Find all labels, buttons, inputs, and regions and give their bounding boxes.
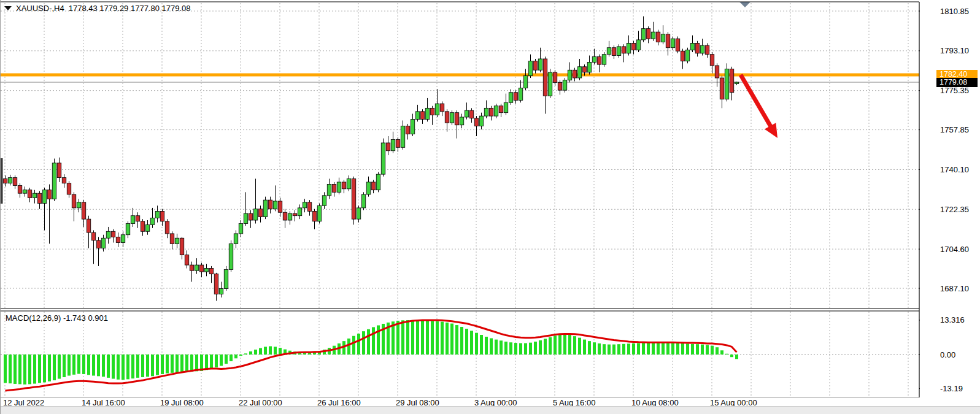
macd-axis-label: 13.316	[940, 315, 965, 324]
price-axis[interactable]: 1782.40 1779.08 1810.851793.101775.35175…	[920, 0, 980, 406]
price-axis-label: 1810.85	[940, 7, 969, 16]
chart-canvas[interactable]	[1, 0, 980, 414]
price-axis-label: 1704.60	[940, 245, 969, 254]
clipped-candle	[1, 158, 3, 204]
macd-signal-line	[6, 320, 737, 391]
ohlc-values: 1778.43 1779.29 1777.80 1779.08	[69, 4, 191, 13]
trend-arrow[interactable]	[741, 75, 777, 138]
macd-histogram	[4, 320, 738, 385]
chart-window: XAUUSD-,H4 1778.43 1779.29 1777.80 1779.…	[0, 0, 980, 414]
price-axis-label: 1757.85	[940, 125, 969, 134]
macd-axis-label: 0.00	[940, 350, 955, 359]
price-axis-label: 1722.35	[940, 205, 969, 214]
chart-ohlc-header: XAUUSD-,H4 1778.43 1779.29 1777.80 1779.…	[4, 4, 191, 13]
axis-ticks	[5, 11, 923, 401]
macd-indicator-label: MACD(12,26,9) -1.743 0.901	[6, 313, 108, 323]
chart-dropdown-icon[interactable]	[4, 6, 12, 10]
grid-lines	[1, 3, 919, 397]
time-axis[interactable]: 12 Jul 202214 Jul 16:0019 Jul 08:0022 Ju…	[1, 397, 919, 406]
price-axis-label: 1775.35	[940, 86, 969, 95]
macd-axis-label: -13.19	[940, 384, 963, 393]
panel-borders	[1, 2, 919, 397]
price-axis-label: 1687.10	[940, 284, 969, 293]
symbol-period-label: XAUUSD-,H4	[16, 4, 64, 13]
price-lines	[1, 75, 919, 82]
price-axis-label: 1793.10	[940, 46, 969, 55]
window-bottom-strip	[1, 406, 980, 414]
candles-group	[3, 17, 739, 301]
auto-scroll-marker[interactable]	[739, 2, 750, 7]
price-axis-label: 1740.10	[940, 165, 969, 174]
